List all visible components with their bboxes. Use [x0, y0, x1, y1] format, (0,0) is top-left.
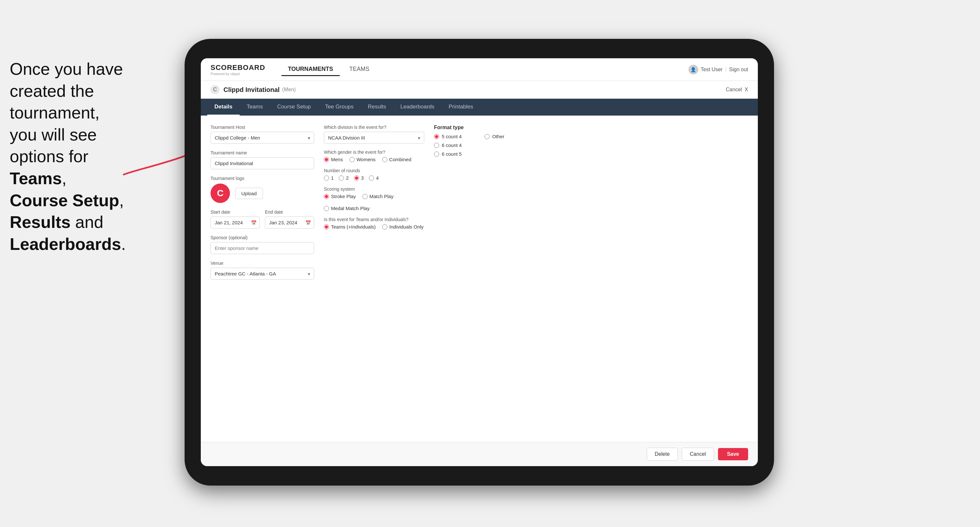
gender-mens-radio[interactable]	[324, 157, 329, 162]
logo-label: Tournament logo	[210, 176, 314, 181]
host-label: Tournament Host	[210, 125, 314, 130]
individuals-only[interactable]: Individuals Only	[382, 224, 423, 230]
rounds-3-radio[interactable]	[354, 175, 359, 181]
format-6count5-radio[interactable]	[434, 151, 439, 157]
back-button[interactable]: C	[210, 85, 220, 94]
cancel-top-button[interactable]: Cancel X	[726, 87, 748, 92]
end-date-wrapper	[265, 217, 314, 229]
division-select-wrapper: NCAA Division III	[324, 132, 424, 144]
tab-results[interactable]: Results	[361, 99, 393, 116]
dates-row: Start date End date	[210, 210, 314, 229]
rounds-3[interactable]: 3	[354, 175, 364, 181]
end-date-input[interactable]	[265, 217, 314, 229]
tournament-name-label: Tournament name	[210, 150, 314, 156]
tab-leaderboards[interactable]: Leaderboards	[393, 99, 441, 116]
form-area: Tournament Host Clippd College - Men Tou…	[201, 116, 758, 442]
upload-button[interactable]: Upload	[235, 188, 263, 199]
tab-printables[interactable]: Printables	[441, 99, 480, 116]
main-nav: TOURNAMENTS TEAMS	[282, 63, 689, 76]
format-5count4[interactable]: 5 count 4	[434, 134, 462, 139]
individuals-only-radio[interactable]	[382, 224, 387, 230]
format-other-radio[interactable]	[485, 134, 490, 139]
start-date-input[interactable]	[210, 217, 260, 229]
teams-field: Is this event for Teams and/or Individua…	[324, 217, 424, 230]
scoring-medal-radio[interactable]	[324, 206, 329, 211]
sign-out-link[interactable]: Sign out	[729, 67, 748, 73]
scoring-match-play[interactable]: Match Play	[363, 194, 393, 199]
text-line3: tournament,	[10, 103, 100, 122]
tab-course-setup[interactable]: Course Setup	[270, 99, 318, 116]
cancel-button[interactable]: Cancel	[682, 448, 714, 460]
nav-teams[interactable]: TEAMS	[343, 63, 376, 76]
gender-combined-radio[interactable]	[382, 157, 387, 162]
rounds-4-radio[interactable]	[369, 175, 374, 181]
venue-select[interactable]: Peachtree GC - Atlanta - GA	[210, 268, 314, 280]
scoring-field: Scoring system Stroke Play Match Play	[324, 186, 424, 211]
gender-field: Which gender is the event for? Mens Wome…	[324, 149, 424, 162]
main-content: Tournament Host Clippd College - Men Tou…	[201, 116, 758, 466]
end-date-label: End date	[265, 210, 314, 214]
host-select[interactable]: Clippd College - Men	[210, 132, 314, 144]
venue-select-wrapper: Peachtree GC - Atlanta - GA	[210, 268, 314, 280]
tablet-device: SCOREBOARD Powered by clippd TOURNAMENTS…	[185, 39, 774, 486]
end-date-field: End date	[265, 210, 314, 229]
rounds-label: Number of rounds	[324, 168, 424, 173]
division-label: Which division is the event for?	[324, 125, 424, 130]
scoring-stroke-play[interactable]: Stroke Play	[324, 194, 356, 199]
right-column: Format type 5 count 4 6 count 4	[434, 125, 748, 433]
logo-field: Tournament logo C Upload	[210, 176, 314, 203]
sponsor-label: Sponsor (optional)	[210, 235, 314, 240]
venue-field: Venue Peachtree GC - Atlanta - GA	[210, 260, 314, 280]
gender-womens[interactable]: Womens	[350, 157, 375, 162]
text-line5: options for	[10, 147, 88, 166]
instructional-text: Once you have created the tournament, yo…	[0, 52, 162, 262]
tournament-subtitle: (Men)	[282, 87, 296, 92]
format-6count5[interactable]: 6 count 5	[434, 151, 462, 157]
tab-tee-groups[interactable]: Tee Groups	[318, 99, 361, 116]
tab-bar: Details Teams Course Setup Tee Groups Re…	[201, 99, 758, 116]
tournament-name-input[interactable]	[210, 157, 314, 169]
user-area: 👤 Test User | Sign out	[689, 65, 748, 75]
save-button[interactable]: Save	[718, 448, 748, 460]
text-line4: you will see	[10, 125, 97, 144]
tab-details[interactable]: Details	[207, 99, 240, 116]
action-bar: Delete Cancel Save	[201, 442, 758, 466]
tab-teams[interactable]: Teams	[240, 99, 270, 116]
nav-tournaments[interactable]: TOURNAMENTS	[282, 63, 340, 76]
rounds-2-radio[interactable]	[339, 175, 344, 181]
scoring-match-radio[interactable]	[363, 194, 368, 199]
delete-button[interactable]: Delete	[647, 448, 678, 460]
text-bold4: Leaderboards	[10, 235, 121, 254]
teams-plus-radio[interactable]	[324, 224, 329, 230]
middle-column: Which division is the event for? NCAA Di…	[324, 125, 424, 433]
format-options-left: 5 count 4 6 count 4 6 count 5	[434, 134, 462, 157]
tournament-name-field: Tournament name	[210, 150, 314, 169]
gender-radio-group: Mens Womens Combined	[324, 157, 424, 162]
rounds-1[interactable]: 1	[324, 175, 334, 181]
sub-header: C Clippd Invitational (Men) Cancel X	[201, 81, 758, 99]
rounds-field: Number of rounds 1 2	[324, 168, 424, 181]
rounds-4[interactable]: 4	[369, 175, 379, 181]
format-5count4-radio[interactable]	[434, 134, 439, 139]
format-type-label: Format type	[434, 125, 748, 130]
rounds-1-radio[interactable]	[324, 175, 329, 181]
format-6count4[interactable]: 6 count 4	[434, 143, 462, 148]
gender-combined[interactable]: Combined	[382, 157, 411, 162]
teams-plus-individuals[interactable]: Teams (+Individuals)	[324, 224, 375, 230]
format-other[interactable]: Other	[485, 134, 504, 139]
scoring-stroke-radio[interactable]	[324, 194, 329, 199]
user-name: Test User	[701, 67, 723, 73]
format-other-col: Other	[485, 134, 504, 157]
logo-upload-area: C Upload	[210, 184, 314, 203]
gender-mens[interactable]: Mens	[324, 157, 343, 162]
start-date-label: Start date	[210, 210, 260, 214]
scoring-medal-match-play[interactable]: Medal Match Play	[324, 206, 369, 211]
format-6count4-radio[interactable]	[434, 143, 439, 148]
logo-sub: Powered by clippd	[210, 72, 265, 76]
sponsor-input[interactable]	[210, 242, 314, 254]
rounds-2[interactable]: 2	[339, 175, 348, 181]
top-navigation: SCOREBOARD Powered by clippd TOURNAMENTS…	[201, 58, 758, 81]
gender-womens-radio[interactable]	[350, 157, 355, 162]
division-select[interactable]: NCAA Division III	[324, 132, 424, 144]
gender-womens-label: Womens	[356, 157, 375, 162]
